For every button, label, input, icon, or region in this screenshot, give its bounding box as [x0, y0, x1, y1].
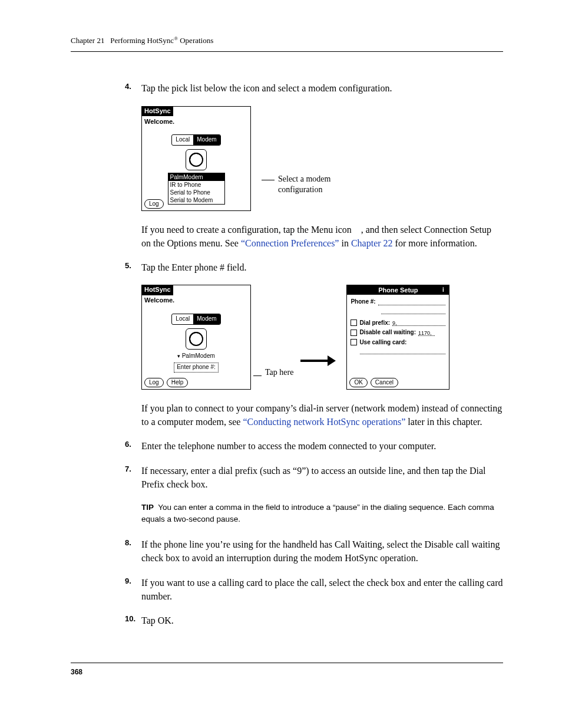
- step-text: Tap OK.: [141, 615, 174, 625]
- figure-2: HotSync Welcome. Local Modem PalmModem E…: [141, 285, 503, 390]
- picklist-item[interactable]: Serial to Phone: [168, 189, 224, 196]
- disable-call-waiting-label: Disable call waiting:: [359, 328, 416, 337]
- phone-number-label: Phone #:: [351, 298, 375, 307]
- calling-card-field[interactable]: [360, 348, 445, 354]
- dial-prefix-label: Dial prefix:: [359, 319, 390, 328]
- tab-local[interactable]: Local: [172, 314, 193, 324]
- page-number: 368: [71, 668, 82, 676]
- link-network-hotsync[interactable]: “Conducting network HotSync operations”: [243, 417, 405, 427]
- step-text: Tap the pick list below the icon and sel…: [141, 83, 392, 93]
- help-button[interactable]: Help: [167, 378, 189, 387]
- tab-modem[interactable]: Modem: [193, 314, 220, 324]
- step-6: 6. Enter the telephone number to access …: [141, 439, 503, 453]
- step-number: 10.: [125, 614, 135, 625]
- hotsync-icon[interactable]: [186, 328, 207, 350]
- step-number: 8.: [125, 538, 131, 549]
- screen-title: Phone Setup: [347, 285, 449, 295]
- disable-call-waiting-field[interactable]: 1170,: [418, 330, 435, 336]
- log-button[interactable]: Log: [144, 378, 164, 387]
- ok-button[interactable]: OK: [349, 378, 367, 387]
- phone-number-field[interactable]: [378, 299, 446, 305]
- step-7: 7. If necessary, enter a dial prefix (su…: [141, 464, 503, 491]
- figure-2-callout: Tap here: [253, 367, 293, 378]
- step-8: 8. If the phone line you’re using for th…: [141, 538, 503, 565]
- step-number: 6.: [125, 439, 131, 450]
- step-text: If the phone line you’re using for the h…: [141, 539, 500, 563]
- tip-label: TIP: [141, 503, 154, 512]
- palm-screen-phone-setup: Phone Setup i Phone #: Dial prefix: 9,: [346, 285, 449, 390]
- screen-title: HotSync: [142, 285, 173, 295]
- step-number: 4.: [125, 81, 131, 93]
- step-5: 5. Tap the Enter phone # field.: [141, 261, 503, 274]
- tab-modem[interactable]: Modem: [193, 135, 220, 145]
- chapter-label: Chapter 21: [71, 36, 104, 45]
- registered-mark: ®: [174, 35, 178, 41]
- use-calling-card-checkbox[interactable]: [351, 339, 357, 345]
- arrow-right-icon: [300, 357, 336, 365]
- paragraph-config-note: If you need to create a configuration, t…: [141, 223, 503, 250]
- header-rule: [71, 51, 503, 52]
- sync-mode-tabs[interactable]: Local Modem: [171, 134, 220, 146]
- picklist-item[interactable]: PalmModem: [168, 173, 224, 181]
- step-number: 9.: [125, 576, 131, 587]
- step-4: 4. Tap the pick list below the icon and …: [141, 81, 503, 95]
- welcome-text: Welcome.: [142, 116, 250, 127]
- enter-phone-field[interactable]: Enter phone #:: [174, 363, 219, 373]
- hotsync-icon[interactable]: [186, 149, 207, 170]
- palm-screen-hotsync-picklist: HotSync Welcome. Local Modem PalmModem I…: [141, 106, 251, 211]
- use-calling-card-label: Use calling card:: [359, 338, 406, 347]
- step-9: 9. If you want to use a calling card to …: [141, 576, 503, 603]
- link-chapter-22[interactable]: Chapter 22: [351, 238, 393, 248]
- picklist-item[interactable]: IR to Phone: [168, 181, 224, 189]
- running-header: Chapter 21 Performing HotSync® Operation…: [71, 35, 503, 45]
- figure-1-callout: Select a modem configuration: [262, 174, 355, 195]
- figure-1: HotSync Welcome. Local Modem PalmModem I…: [141, 106, 503, 211]
- picklist-item[interactable]: Serial to Modem: [168, 196, 224, 204]
- cancel-button[interactable]: Cancel: [371, 378, 398, 387]
- step-number: 5.: [125, 261, 131, 272]
- step-text: Tap the Enter phone # field.: [141, 262, 246, 272]
- tab-local[interactable]: Local: [172, 135, 193, 145]
- callout-text: Tap here: [265, 367, 293, 378]
- chapter-title-suffix: Operations: [178, 36, 213, 45]
- tip-text: You can enter a comma in the field to in…: [141, 503, 494, 523]
- welcome-text: Welcome.: [142, 295, 250, 305]
- page-footer: 368: [71, 663, 503, 676]
- log-button[interactable]: Log: [144, 199, 164, 209]
- link-connection-preferences[interactable]: “Connection Preferences”: [241, 238, 339, 248]
- chapter-title-prefix: Performing HotSync: [110, 36, 174, 45]
- dial-prefix-field[interactable]: 9,: [392, 319, 445, 326]
- modem-config-selected[interactable]: PalmModem: [142, 352, 250, 361]
- dial-prefix-checkbox[interactable]: [351, 319, 357, 326]
- disable-call-waiting-checkbox[interactable]: [351, 330, 357, 336]
- tip-block: TIP You can enter a comma in the field t…: [141, 502, 503, 525]
- step-text: If you want to use a calling card to pla…: [141, 578, 503, 601]
- sync-mode-tabs[interactable]: Local Modem: [171, 314, 220, 325]
- phone-number-field-line2[interactable]: [381, 308, 445, 314]
- paragraph-network-note: If you plan to connect to your company’s…: [141, 401, 503, 429]
- screen-title: HotSync: [142, 106, 173, 117]
- step-text: If necessary, enter a dial prefix (such …: [141, 466, 486, 489]
- palm-screen-hotsync-enterphone: HotSync Welcome. Local Modem PalmModem E…: [141, 285, 251, 390]
- step-10: 10. Tap OK.: [141, 614, 503, 627]
- step-number: 7.: [125, 464, 131, 475]
- step-text: Enter the telephone number to access the…: [141, 441, 436, 451]
- modem-config-picklist[interactable]: PalmModem IR to Phone Serial to Phone Se…: [168, 173, 225, 205]
- callout-text: Select a modem configuration: [278, 174, 355, 195]
